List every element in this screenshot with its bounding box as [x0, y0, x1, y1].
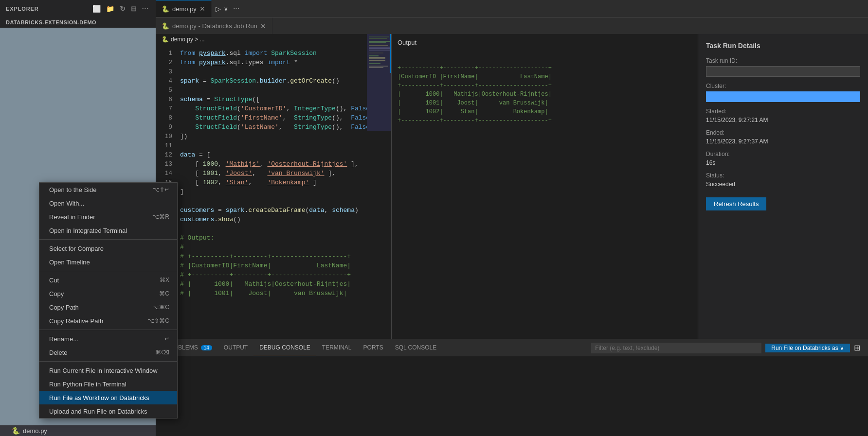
- new-folder-btn[interactable]: 📁: [105, 4, 116, 14]
- tab-job-run-icon: 🐍: [162, 22, 169, 30]
- ctx-sep-2: [39, 271, 177, 271]
- lc-25: # +----------+---------+----------------…: [180, 270, 367, 279]
- ln-13: 13: [156, 159, 180, 169]
- ctx-open-terminal[interactable]: Open in Integrated Terminal: [39, 224, 177, 237]
- ctx-upload-run-label: Upload and Run File on Databricks: [49, 408, 147, 415]
- ctx-cut-label: Cut: [49, 277, 59, 284]
- debug-filter-input[interactable]: [591, 343, 761, 353]
- ctx-open-side[interactable]: Open to the Side ⌥⇧↵: [39, 183, 177, 196]
- tab-terminal[interactable]: TERMINAL: [316, 339, 358, 356]
- tab-debug-console[interactable]: DEBUG CONSOLE: [253, 339, 316, 356]
- more-actions-btn[interactable]: ···: [141, 4, 150, 14]
- ctx-open-with[interactable]: Open With...: [39, 196, 177, 210]
- editor-tabs: 🐍 demo.py ✕ ▷ ∨ ···: [156, 0, 868, 17]
- task-run-id-label: Task run ID:: [706, 57, 860, 64]
- tab-sql-console[interactable]: SQL CONSOLE: [389, 339, 443, 356]
- new-file-btn[interactable]: ⬜: [91, 4, 102, 14]
- lc-12: data = [: [180, 150, 367, 159]
- ctx-run-workflow[interactable]: Run File as Workflow on Databricks: [39, 391, 177, 404]
- lc-19: customers.show(): [180, 215, 367, 224]
- output-content[interactable]: +-----------+---------+-----------------…: [392, 51, 698, 339]
- lc-24: # |CustomerID|FirstName| LastName|: [180, 261, 367, 270]
- tab-demo-py[interactable]: 🐍 demo.py ✕: [156, 0, 212, 17]
- ctx-rename-label: Rename...: [49, 335, 78, 343]
- code-editor[interactable]: 1 from pyspark.sql import SparkSession 2…: [156, 45, 367, 339]
- task-cluster-input[interactable]: [706, 91, 860, 102]
- code-line-22: 22 #: [156, 243, 367, 252]
- tab-output[interactable]: OUTPUT: [218, 339, 253, 356]
- debug-console-content: [156, 356, 868, 436]
- lc-15: [ 1002, 'Stan', 'Bokenkamp' ]: [180, 178, 367, 187]
- editor-breadcrumb: 🐍 demo.py > ...: [156, 34, 367, 45]
- tab-demo-py-close[interactable]: ✕: [199, 5, 205, 13]
- ctx-copy-shortcut: ⌘C: [159, 290, 169, 297]
- code-line-2: 2 from pyspark.sql.types import *: [156, 58, 367, 67]
- task-panel-title: Task Run Details: [706, 42, 860, 50]
- ctx-copy-path-shortcut: ⌥⌘C: [152, 304, 169, 311]
- task-run-id-input[interactable]: [706, 66, 860, 77]
- ctx-delete-label: Delete: [49, 349, 68, 356]
- run-more-btn[interactable]: ∨: [224, 5, 228, 12]
- context-menu: Open to the Side ⌥⇧↵ Open With... Reveal…: [39, 182, 178, 419]
- lc-22: #: [180, 243, 367, 252]
- lc-3: [180, 67, 367, 76]
- lc-11: [180, 141, 367, 150]
- lc-21: # Output:: [180, 233, 367, 243]
- ctx-delete-shortcut: ⌘⌫: [155, 349, 169, 356]
- code-line-17: 17: [156, 196, 367, 206]
- code-line-15: 15 [ 1002, 'Stan', 'Bokenkamp' ]: [156, 178, 367, 187]
- ctx-copy-rel-path[interactable]: Copy Relative Path ⌥⇧⌘C: [39, 314, 177, 328]
- tab-job-run[interactable]: 🐍 demo.py - Databricks Job Run ✕: [156, 17, 272, 35]
- lc-7: StructField('CustomerID', IntegerType(),…: [180, 104, 367, 113]
- bottom-tabs: PROBLEMS 14 OUTPUT DEBUG CONSOLE TERMINA…: [156, 339, 868, 356]
- tab-more-btn[interactable]: ···: [233, 4, 239, 13]
- ctx-open-side-shortcut: ⌥⇧↵: [153, 186, 169, 193]
- ctx-sep-4: [39, 361, 177, 362]
- collapse-all-btn[interactable]: ⊟: [130, 4, 138, 14]
- tab-job-run-label: demo.py - Databricks Job Run: [172, 22, 257, 30]
- lc-16: ]: [180, 187, 367, 196]
- sidebar-header: EXPLORER ⬜ 📁 ↻ ⊟ ···: [0, 0, 156, 17]
- run-file-databricks-btn[interactable]: Run File on Databricks as ∨: [765, 344, 850, 352]
- ctx-open-side-label: Open to the Side: [49, 186, 97, 193]
- lc-10: ]): [180, 132, 367, 141]
- code-line-5: 5: [156, 86, 367, 95]
- ctx-sep-1: [39, 239, 177, 240]
- ctx-copy-rel-path-label: Copy Relative Path: [49, 317, 103, 325]
- lc-6: schema = StructType([: [180, 95, 367, 104]
- refresh-explorer-btn[interactable]: ↻: [119, 4, 127, 14]
- task-duration-label: Duration:: [706, 151, 860, 157]
- ctx-select-compare[interactable]: Select for Compare: [39, 242, 177, 255]
- code-line-27: 27 # | 1001| Joost| van Brusswijk|: [156, 289, 367, 298]
- bottom-panel-layout-icon[interactable]: ⊞: [854, 343, 860, 352]
- ctx-sep-3: [39, 330, 177, 330]
- code-line-13: 13 [ 1000, 'Mathijs', 'Oosterhout-Rijntj…: [156, 159, 367, 169]
- ctx-run-python[interactable]: Run Python File in Terminal: [39, 377, 177, 391]
- tab-job-run-close[interactable]: ✕: [260, 22, 266, 30]
- ctx-open-timeline[interactable]: Open Timeline: [39, 255, 177, 269]
- ctx-upload-run[interactable]: Upload and Run File on Databricks: [39, 404, 177, 418]
- lc-4: spark = SparkSession.builder.getOrCreate…: [180, 76, 367, 86]
- lc-14: [ 1001, 'Joost', 'van Brunswijk' ],: [180, 169, 367, 178]
- run-icon[interactable]: ▷: [216, 5, 221, 13]
- sidebar-file-item-demo[interactable]: 🐍 demo.py: [0, 425, 156, 436]
- output-header: Output: [392, 34, 698, 51]
- sidebar-section[interactable]: DATABRICKS-EXTENSION-DEMO: [0, 17, 156, 28]
- ctx-cut[interactable]: Cut ⌘X: [39, 273, 177, 287]
- code-line-9: 9 StructField('LastName', StringType(), …: [156, 122, 367, 132]
- lc-9: StructField('LastName', StringType(), Fa…: [180, 122, 367, 132]
- ln-3: 3: [156, 67, 180, 76]
- refresh-results-button[interactable]: Refresh Results: [706, 197, 766, 210]
- ctx-delete[interactable]: Delete ⌘⌫: [39, 346, 177, 359]
- ctx-rename[interactable]: Rename... ↵: [39, 332, 177, 346]
- ctx-copy[interactable]: Copy ⌘C: [39, 287, 177, 300]
- editor-area: 🐍 demo.py ✕ ▷ ∨ ··· 🐍 demo.py - Databric…: [156, 0, 868, 436]
- task-status-value: Succeeded: [706, 181, 860, 188]
- ctx-copy-path[interactable]: Copy Path ⌥⌘C: [39, 300, 177, 314]
- lc-5: [180, 86, 367, 95]
- ctx-run-interactive[interactable]: Run Current File in Interactive Window: [39, 364, 177, 377]
- tab-ports[interactable]: PORTS: [358, 339, 389, 356]
- main-layout: EXPLORER ⬜ 📁 ↻ ⊟ ··· DATABRICKS-EXTENSIO…: [0, 0, 868, 436]
- ctx-reveal-finder[interactable]: Reveal in Finder ⌥⌘R: [39, 210, 177, 224]
- lc-1: from pyspark.sql import SparkSession: [180, 49, 367, 58]
